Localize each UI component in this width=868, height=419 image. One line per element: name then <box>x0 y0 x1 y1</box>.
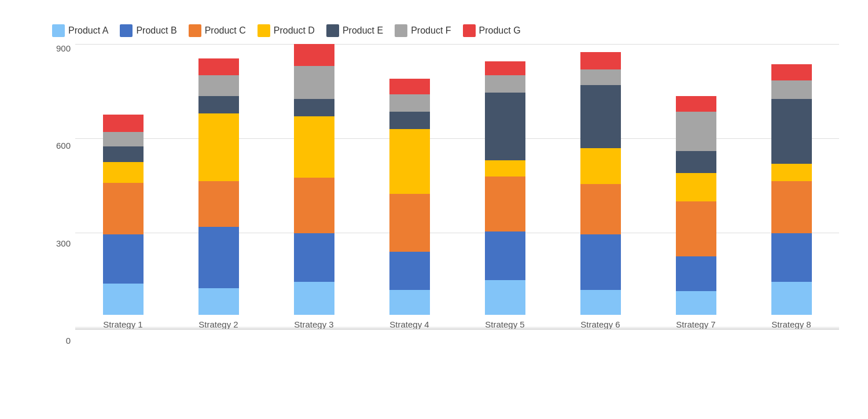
bar-stack <box>485 61 525 315</box>
legend-color <box>463 24 476 37</box>
bar-segment <box>676 173 716 201</box>
legend-label: Product C <box>205 25 246 36</box>
legend-color <box>52 24 65 37</box>
bar-group: Strategy 8 <box>744 44 839 329</box>
bar-segment <box>389 290 430 315</box>
chart-area: 9006003000 Strategy 1Strategy 2Strategy … <box>46 44 839 345</box>
bar-segment <box>294 99 334 116</box>
bar-segment <box>103 162 144 182</box>
legend-item-product-b: Product B <box>120 24 176 37</box>
bar-segment <box>198 96 239 113</box>
x-axis-label: Strategy 3 <box>294 319 333 329</box>
bar-segment <box>103 183 144 235</box>
bar-group: Strategy 4 <box>362 44 457 329</box>
x-axis-label: Strategy 2 <box>198 319 238 329</box>
bar-segment <box>676 96 716 112</box>
y-axis-label: 600 <box>56 141 71 150</box>
bar-segment <box>676 112 716 151</box>
bar-group: Strategy 3 <box>266 44 362 329</box>
bar-segment <box>580 69 621 85</box>
legend-color <box>326 24 339 37</box>
bar-group: Strategy 5 <box>457 44 553 329</box>
bar-group: Strategy 6 <box>553 44 648 329</box>
bar-segment <box>580 290 621 315</box>
bar-segment <box>485 177 525 231</box>
bars-area: Strategy 1Strategy 2Strategy 3Strategy 4… <box>75 44 839 345</box>
y-axis-label: 0 <box>66 336 71 345</box>
bar-segment <box>580 52 621 69</box>
legend: Product A Product B Product C Product D … <box>52 24 839 37</box>
bar-segment <box>580 184 621 234</box>
bar-segment <box>389 79 430 94</box>
bar-group: Strategy 1 <box>75 44 171 329</box>
bar-segment <box>198 113 239 181</box>
y-axis-label: 900 <box>56 44 71 53</box>
bar-segment <box>198 288 239 315</box>
legend-item-product-a: Product A <box>52 24 108 37</box>
bar-segment <box>771 164 812 181</box>
bar-segment <box>198 227 239 288</box>
bar-stack <box>771 64 812 315</box>
bar-segment <box>771 233 812 282</box>
x-axis-label: Strategy 7 <box>676 319 715 329</box>
bar-segment <box>103 284 144 315</box>
bar-segment <box>485 61 525 76</box>
bar-segment <box>485 160 525 176</box>
bar-segment <box>485 93 525 160</box>
bar-segment <box>389 194 430 252</box>
y-axis-label: 300 <box>56 239 71 248</box>
y-axis: 9006003000 <box>46 44 75 345</box>
legend-color <box>258 24 270 37</box>
bar-segment <box>676 151 716 173</box>
bar-stack <box>103 115 144 315</box>
bar-segment <box>580 85 621 148</box>
bars-row: Strategy 1Strategy 2Strategy 3Strategy 4… <box>75 44 839 347</box>
bar-segment <box>389 112 430 129</box>
x-axis-label: Strategy 6 <box>580 319 620 329</box>
bar-segment <box>771 80 812 100</box>
legend-item-product-d: Product D <box>258 24 315 37</box>
x-axis-label: Strategy 4 <box>389 319 429 329</box>
x-axis-label: Strategy 5 <box>485 319 524 329</box>
legend-label: Product A <box>68 25 108 36</box>
bar-segment <box>294 66 334 99</box>
bar-segment <box>580 148 621 185</box>
x-axis-label: Strategy 8 <box>771 319 811 329</box>
bar-stack <box>580 52 621 315</box>
legend-label: Product E <box>343 25 383 36</box>
x-axis-label: Strategy 1 <box>103 319 142 329</box>
bar-segment <box>580 234 621 289</box>
bar-segment <box>294 178 334 233</box>
bar-segment <box>198 75 239 95</box>
bar-segment <box>103 115 144 132</box>
bar-segment <box>198 58 239 76</box>
legend-item-product-f: Product F <box>395 24 451 37</box>
x-axis-line <box>75 329 839 329</box>
bar-segment <box>485 75 525 93</box>
bar-segment <box>485 231 525 280</box>
chart-container: Product A Product B Product C Product D … <box>6 7 862 412</box>
bar-group: Strategy 7 <box>648 44 744 329</box>
bar-segment <box>294 233 334 282</box>
bar-segment <box>771 99 812 164</box>
bar-segment <box>485 280 525 315</box>
bar-segment <box>676 256 716 291</box>
legend-item-product-g: Product G <box>463 24 521 37</box>
bar-segment <box>771 64 812 80</box>
bar-segment <box>771 282 812 315</box>
bar-segment <box>198 181 239 227</box>
bar-segment <box>389 129 430 194</box>
bar-segment <box>294 282 334 315</box>
legend-label: Product G <box>479 25 521 36</box>
bar-stack <box>676 96 716 315</box>
bar-segment <box>103 146 144 162</box>
bar-stack <box>389 79 430 315</box>
legend-label: Product D <box>274 25 315 36</box>
bar-segment <box>676 291 716 315</box>
legend-color <box>120 24 133 37</box>
bar-segment <box>389 252 430 289</box>
bar-segment <box>103 132 144 146</box>
legend-color <box>189 24 201 37</box>
bar-stack <box>294 44 334 315</box>
bar-segment <box>103 234 144 283</box>
